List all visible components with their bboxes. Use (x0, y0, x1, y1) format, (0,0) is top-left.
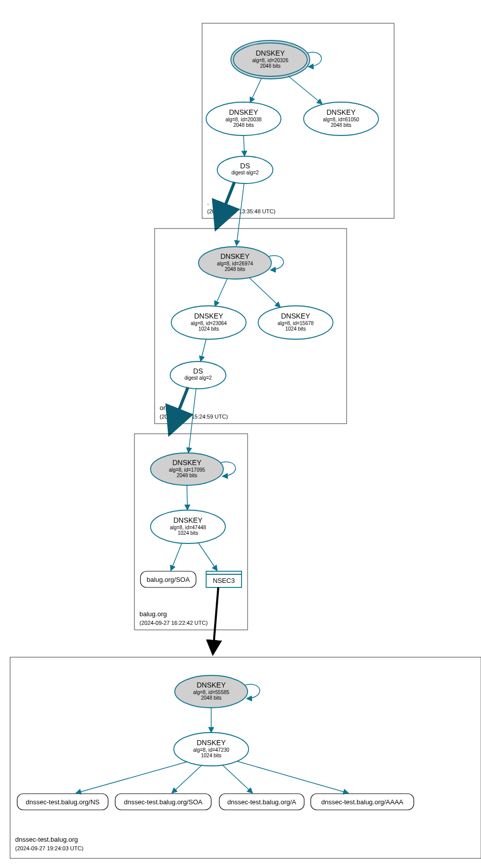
svg-text:alg=8, id=47230: alg=8, id=47230 (193, 747, 229, 753)
node-test-ksk: DNSKEY alg=8, id=55585 2048 bits (175, 675, 248, 708)
node-org-zsk1: DNSKEY alg=8, id=23064 1024 bits (171, 306, 246, 339)
edge-orgzsk1-ds (201, 339, 206, 361)
svg-text:DNSKEY: DNSKEY (256, 49, 285, 57)
svg-text:dnssec-test.balug.org/NS: dnssec-test.balug.org/NS (26, 798, 100, 806)
node-org-ds: DS digest alg=2 (170, 361, 226, 389)
svg-text:DS: DS (193, 367, 203, 375)
svg-text:digest alg=2: digest alg=2 (231, 170, 259, 175)
svg-text:balug.org/SOA: balug.org/SOA (147, 576, 190, 583)
svg-text:dnssec-test.balug.org/SOA: dnssec-test.balug.org/SOA (124, 798, 203, 806)
node-balug-zsk: DNSKEY alg=8, id=47448 1024 bits (151, 510, 225, 543)
edge-orgksk-zsk2 (249, 278, 280, 307)
node-balug-ksk: DNSKEY alg=8, id=17095 2048 bits (151, 453, 223, 485)
svg-text:1024 bits: 1024 bits (199, 326, 219, 332)
svg-text:alg=8, id=23064: alg=8, id=23064 (190, 321, 227, 326)
svg-text:DNSKEY: DNSKEY (197, 739, 226, 747)
node-test-aaaa: dnssec-test.balug.org/AAAA (311, 794, 414, 810)
edge-balugksk-zsk (187, 485, 187, 510)
zone-org-time: (2024-09-27 15:24:59 UTC) (160, 414, 228, 420)
svg-text:DNSKEY: DNSKEY (220, 252, 250, 260)
svg-text:alg=8, id=17095: alg=8, id=17095 (169, 467, 205, 473)
svg-text:DNSKEY: DNSKEY (172, 459, 202, 467)
edge-rootksk-zsk2 (288, 76, 322, 104)
node-root-zsk2: DNSKEY alg=8, id=61050 2048 bits (304, 102, 378, 135)
edge-testzsk-aaaa (237, 761, 349, 793)
svg-text:alg=8, id=61050: alg=8, id=61050 (323, 117, 359, 122)
svg-text:2048 bits: 2048 bits (331, 122, 352, 128)
node-balug-soa: balug.org/SOA (140, 571, 196, 587)
edge-testzsk-ns (76, 762, 187, 793)
zone-balug-name: balug.org (139, 610, 167, 618)
svg-text:2048 bits: 2048 bits (260, 63, 281, 69)
node-test-a: dnssec-test.balug.org/A (219, 794, 304, 810)
zone-balug-time: (2024-09-27 16:22:42 UTC) (139, 620, 208, 626)
node-test-soa: dnssec-test.balug.org/SOA (115, 794, 211, 810)
node-test-zsk: DNSKEY alg=8, id=47230 1024 bits (174, 733, 249, 766)
svg-text:2048 bits: 2048 bits (225, 266, 246, 272)
zone-org-name: org (160, 404, 169, 412)
svg-text:dnssec-test.balug.org/AAAA: dnssec-test.balug.org/AAAA (321, 798, 404, 806)
edge-balugzsk-soa (171, 543, 182, 571)
svg-text:DNSKEY: DNSKEY (197, 681, 226, 689)
zone-root-name: . (207, 199, 209, 206)
svg-text:alg=8, id=26974: alg=8, id=26974 (217, 261, 253, 266)
zone-root-time: (2024-09-27 13:35:48 UTC) (207, 208, 275, 214)
edge-orgksk-zsk1 (215, 279, 227, 306)
svg-text:alg=8, id=55585: alg=8, id=55585 (193, 690, 229, 695)
svg-text:digest alg=2: digest alg=2 (184, 375, 212, 381)
edge-testzsk-a (222, 765, 253, 793)
edge-testzsk-soa (172, 765, 202, 793)
svg-text:2048 bits: 2048 bits (233, 122, 254, 128)
edge-org-to-balug-zone (173, 387, 188, 426)
edge-balugzsk-nsec3 (198, 542, 217, 571)
zone-test-name: dnssec-test.balug.org (15, 836, 78, 843)
svg-text:alg=8, id=20038: alg=8, id=20038 (225, 117, 262, 122)
svg-text:1024 bits: 1024 bits (285, 326, 306, 332)
svg-text:DNSKEY: DNSKEY (194, 312, 223, 320)
node-test-ns: dnssec-test.balug.org/NS (17, 794, 108, 810)
edge-orgds-balugksk (188, 389, 196, 453)
edge-rootksk-zsk1 (250, 78, 262, 103)
svg-text:2048 bits: 2048 bits (201, 695, 222, 701)
svg-text:NSEC3: NSEC3 (213, 577, 234, 584)
node-org-zsk2: DNSKEY alg=8, id=15678 1024 bits (258, 306, 333, 339)
edge-balug-to-test-zone (213, 587, 218, 650)
svg-text:alg=8, id=15678: alg=8, id=15678 (277, 321, 314, 326)
svg-text:alg=8, id=47448: alg=8, id=47448 (170, 525, 206, 530)
svg-text:DS: DS (240, 162, 250, 170)
svg-text:2048 bits: 2048 bits (177, 473, 198, 478)
node-org-ksk: DNSKEY alg=8, id=26974 2048 bits (199, 247, 271, 279)
svg-text:DNSKEY: DNSKEY (229, 108, 258, 116)
edge-root-to-org-zone (219, 182, 234, 220)
node-root-ksk: DNSKEY alg=8, id=20326 2048 bits (231, 40, 310, 79)
svg-text:alg=8, id=20326: alg=8, id=20326 (252, 58, 288, 63)
svg-text:dnssec-test.balug.org/A: dnssec-test.balug.org/A (227, 798, 297, 806)
node-balug-nsec3: NSEC3 (206, 571, 242, 587)
edge-rootzsk1-ds (244, 135, 245, 156)
svg-text:DNSKEY: DNSKEY (173, 516, 203, 524)
svg-text:1024 bits: 1024 bits (178, 530, 199, 536)
svg-text:1024 bits: 1024 bits (201, 753, 222, 758)
edge-rootds-orgksk (236, 184, 244, 246)
node-root-ds: DS digest alg=2 (217, 156, 273, 184)
node-root-zsk1: DNSKEY alg=8, id=20038 2048 bits (206, 102, 281, 135)
zone-test-time: (2024-09-27 19:24:03 UTC) (15, 845, 83, 851)
svg-text:DNSKEY: DNSKEY (281, 312, 310, 320)
svg-text:DNSKEY: DNSKEY (326, 108, 356, 116)
